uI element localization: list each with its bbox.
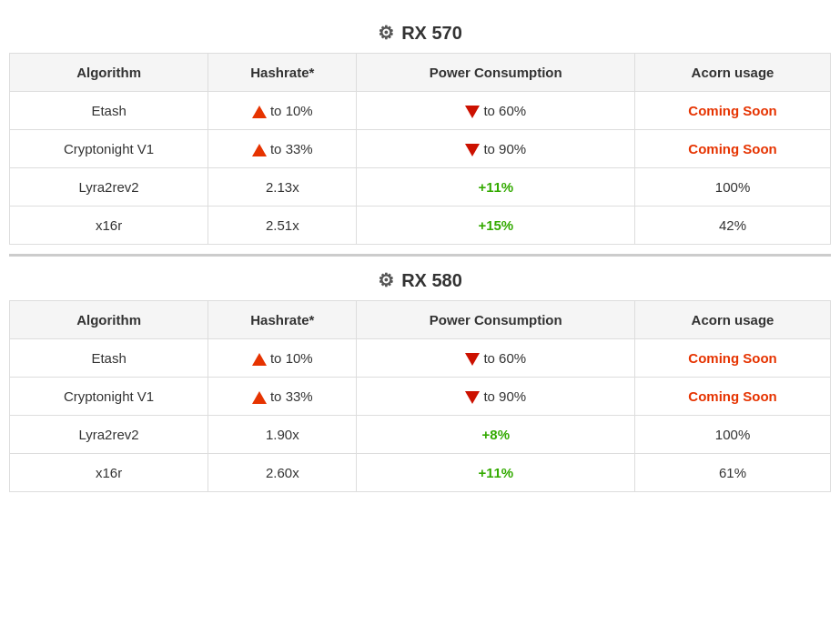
algorithm-cell: Etash	[10, 339, 208, 378]
power-cell: +11%	[357, 168, 635, 207]
acorn-value: 100%	[715, 427, 750, 442]
coming-soon-label: Coming Soon	[688, 350, 777, 366]
table-row: Etashto 10%to 60%Coming Soon	[10, 92, 831, 130]
coming-soon-label: Coming Soon	[688, 103, 777, 118]
coming-soon-label: Coming Soon	[688, 388, 777, 404]
acorn-cell: Coming Soon	[635, 92, 831, 130]
table-rx570: AlgorithmHashrate*Power ConsumptionAcorn…	[9, 53, 831, 245]
hashrate-cell: to 10%	[208, 92, 357, 130]
acorn-cell: Coming Soon	[635, 130, 831, 168]
hashrate-cell: to 33%	[208, 378, 357, 416]
acorn-cell: 42%	[635, 207, 831, 245]
coming-soon-label: Coming Soon	[688, 141, 777, 156]
power-cell: to 90%	[357, 130, 635, 168]
hashrate-value: to 33%	[270, 141, 313, 156]
arrow-down-icon	[465, 144, 480, 156]
hashrate-cell: 2.13x	[208, 168, 357, 207]
algorithm-cell: x16r	[10, 207, 208, 245]
hashrate-cell: 2.60x	[208, 454, 357, 492]
col-header-3: Acorn usage	[635, 54, 831, 92]
acorn-cell: 100%	[635, 168, 831, 207]
hashrate-cell: 2.51x	[208, 207, 357, 245]
section-title: ⚙ RX 570	[9, 9, 831, 53]
arrow-up-icon	[252, 353, 267, 366]
power-cell: to 60%	[357, 339, 635, 378]
power-value: to 60%	[483, 103, 526, 118]
hashrate-value: to 10%	[270, 103, 313, 118]
col-header-0: Algorithm	[10, 301, 208, 339]
power-value: to 90%	[483, 388, 526, 404]
section-title: ⚙ RX 580	[9, 257, 831, 300]
algorithm-cell: Lyra2rev2	[10, 416, 208, 454]
power-value: +8%	[482, 427, 510, 442]
acorn-value: 61%	[719, 465, 746, 480]
algorithm-cell: Cryptonight V1	[10, 130, 208, 168]
gpu-title: RX 570	[401, 23, 462, 44]
acorn-cell: 61%	[635, 454, 831, 492]
power-cell: to 90%	[357, 378, 635, 416]
acorn-cell: 100%	[635, 416, 831, 454]
acorn-cell: Coming Soon	[635, 378, 831, 416]
arrow-up-icon	[252, 106, 267, 118]
algorithm-cell: Etash	[10, 92, 208, 130]
gpu-title: RX 580	[401, 270, 462, 291]
power-cell: +11%	[357, 454, 635, 492]
hashrate-value: to 10%	[270, 350, 313, 366]
power-value: to 60%	[483, 350, 526, 366]
col-header-2: Power Consumption	[357, 301, 635, 339]
col-header-1: Hashrate*	[208, 301, 357, 339]
algorithm-cell: x16r	[10, 454, 208, 492]
hashrate-value: 2.13x	[266, 179, 299, 195]
arrow-down-icon	[465, 353, 480, 366]
hashrate-value: to 33%	[270, 388, 313, 404]
col-header-2: Power Consumption	[357, 54, 635, 92]
section-rx580: ⚙ RX 580 AlgorithmHashrate*Power Consump…	[9, 254, 831, 492]
table-row: Lyra2rev22.13x+11%100%	[10, 168, 831, 207]
hashrate-cell: to 33%	[208, 130, 357, 168]
section-rx570: ⚙ RX 570 AlgorithmHashrate*Power Consump…	[9, 9, 831, 245]
arrow-up-icon	[252, 144, 267, 156]
acorn-cell: Coming Soon	[635, 339, 831, 378]
table-row: Etashto 10%to 60%Coming Soon	[10, 339, 831, 378]
table-row: Cryptonight V1to 33%to 90%Coming Soon	[10, 130, 831, 168]
algorithm-cell: Lyra2rev2	[10, 168, 208, 207]
power-cell: to 60%	[357, 92, 635, 130]
hashrate-value: 2.51x	[266, 217, 299, 233]
gear-icon: ⚙	[378, 22, 394, 44]
arrow-up-icon	[252, 391, 267, 404]
power-value: +11%	[478, 465, 513, 480]
hashrate-value: 2.60x	[266, 465, 299, 480]
algorithm-cell: Cryptonight V1	[10, 378, 208, 416]
arrow-down-icon	[465, 391, 480, 404]
power-value: to 90%	[483, 141, 526, 156]
table-row: x16r2.60x+11%61%	[10, 454, 831, 492]
power-cell: +15%	[357, 207, 635, 245]
hashrate-value: 1.90x	[266, 427, 299, 442]
hashrate-cell: 1.90x	[208, 416, 357, 454]
power-cell: +8%	[357, 416, 635, 454]
table-row: Cryptonight V1to 33%to 90%Coming Soon	[10, 378, 831, 416]
table-rx580: AlgorithmHashrate*Power ConsumptionAcorn…	[9, 300, 831, 492]
col-header-1: Hashrate*	[208, 54, 357, 92]
acorn-value: 42%	[719, 217, 746, 233]
col-header-0: Algorithm	[10, 54, 208, 92]
acorn-value: 100%	[715, 179, 750, 195]
col-header-3: Acorn usage	[635, 301, 831, 339]
table-row: Lyra2rev21.90x+8%100%	[10, 416, 831, 454]
power-value: +15%	[478, 217, 513, 233]
gear-icon: ⚙	[378, 269, 394, 291]
table-row: x16r2.51x+15%42%	[10, 207, 831, 245]
hashrate-cell: to 10%	[208, 339, 357, 378]
power-value: +11%	[478, 179, 513, 195]
arrow-down-icon	[465, 106, 480, 118]
